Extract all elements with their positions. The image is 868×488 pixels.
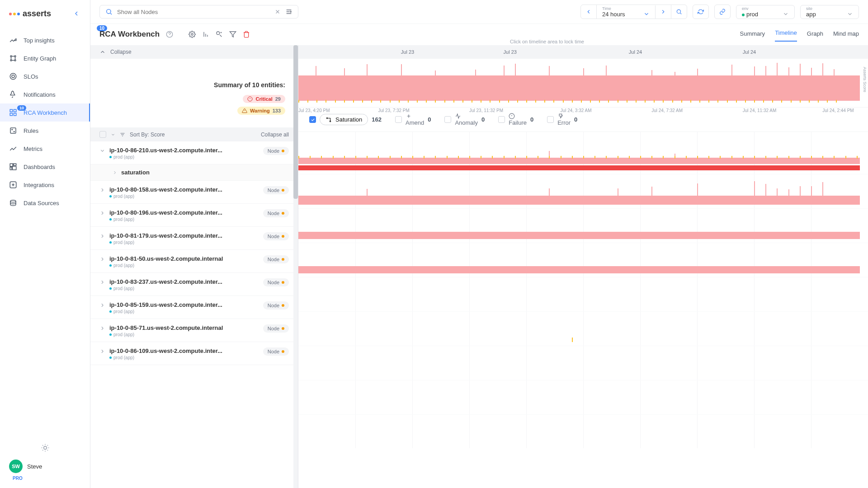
pro-badge: PRO [13,476,81,481]
chevron-icon[interactable] [99,279,106,285]
sidebar-item-dashboards[interactable]: Dashboards [0,158,90,176]
link-button[interactable] [714,5,731,19]
time-zoom-button[interactable] [671,5,687,19]
chevron-down-icon[interactable] [111,132,115,137]
node-badge: Node [263,301,289,310]
sidebar-item-entity-graph[interactable]: Entity Graph [0,49,90,67]
checkbox[interactable] [498,116,505,123]
collapse-header[interactable]: Collapse [90,45,298,59]
chevron-icon[interactable] [99,233,106,239]
chevron-icon[interactable] [99,210,106,216]
help-icon[interactable] [166,31,173,38]
time-prev-button[interactable] [581,5,597,19]
chevron-icon[interactable] [99,256,106,262]
site-selector[interactable]: site app [800,5,859,19]
chevron-icon[interactable] [99,302,106,308]
chevron-icon[interactable] [99,148,106,154]
filter-count: 162 [372,116,382,123]
timeline-row[interactable] [298,346,868,380]
nav-label: SLOs [24,73,38,80]
timeline-row[interactable] [298,174,868,209]
timeline-row[interactable] [298,209,868,243]
clear-icon[interactable] [274,9,281,15]
entity-row[interactable]: ip-10-0-80-196.us-west-2.compute.inter..… [90,204,298,227]
entity-name: ip-10-0-80-158.us-west-2.compute.inter..… [109,186,259,193]
entity-row[interactable]: ip-10-0-81-50.us-west-2.compute.internal… [90,250,298,273]
filter-failure[interactable]: Failure0 [498,113,533,126]
timeline-row[interactable] [298,277,868,312]
scrollbar-track[interactable] [293,45,298,488]
theme-toggle[interactable] [9,436,81,460]
warning-count: 133 [273,108,281,113]
timeline-rows[interactable] [298,132,868,488]
search-icon [105,8,113,15]
timeline-row[interactable] [298,243,868,277]
sidebar-item-integrations[interactable]: Integrations [0,176,90,194]
title-badge: 10 [97,25,107,31]
collapse-all-button[interactable]: Collapse all [261,131,289,138]
nav-label: Data Sources [24,200,59,206]
warning-pill[interactable]: Warning 133 [237,107,285,115]
summary-chart[interactable]: Asserts Score Jul 23, 4:20 PMJul 23, 7:3… [298,59,868,108]
sidebar-item-metrics[interactable]: Metrics [0,140,90,158]
collapse-label: Collapse [110,49,132,55]
chevron-down-icon [847,11,853,17]
sidebar-item-notifications[interactable]: Notifications [0,85,90,103]
entity-row[interactable]: ip-10-0-86-210.us-west-2.compute.inter..… [90,141,298,164]
sidebar-item-slos[interactable]: SLOs [0,67,90,85]
timeline-panel: Jul 23Jul 23Jul 24Jul 24 Asserts Score J… [298,45,868,488]
nav-label: Rules [24,127,38,134]
saturation-row[interactable]: saturation [90,164,298,181]
sidebar-item-top-insights[interactable]: Top insights [0,31,90,49]
chevron-icon[interactable] [99,325,106,331]
trash-icon[interactable] [243,31,250,38]
filter-icon[interactable] [229,31,236,38]
entity-row[interactable]: ip-10-0-80-158.us-west-2.compute.inter..… [90,181,298,204]
search-wrap[interactable] [99,5,298,19]
svg-rect-7 [14,109,16,112]
svg-point-20 [290,11,292,13]
checkbox[interactable] [395,116,402,123]
timeline-row[interactable] [298,312,868,346]
time-selector[interactable]: Time 24 hours [597,5,656,19]
timeline-row[interactable] [298,132,868,174]
refresh-button[interactable] [693,5,709,19]
sidebar-item-rca-workbench[interactable]: RCA Workbench10 [0,103,90,122]
sidebar: asserts Top insightsEntity GraphSLOsNoti… [0,0,90,488]
time-label: Time [602,6,650,11]
scrollbar-thumb[interactable] [293,45,298,199]
entity-row[interactable]: ip-10-0-85-159.us-west-2.compute.inter..… [90,296,298,319]
filter-saturation[interactable]: Saturation162 [309,114,382,125]
filter-error[interactable]: Error0 [547,113,577,126]
checkbox[interactable] [547,116,554,123]
sort-icon[interactable] [120,132,125,137]
gear-icon[interactable] [189,31,196,38]
settings-icon[interactable] [285,8,292,15]
filter-anomaly[interactable]: Anomaly0 [444,113,485,126]
search-input[interactable] [117,9,270,15]
entity-meta: prod (app) [109,286,259,291]
entity-row[interactable]: ip-10-0-85-71.us-west-2.compute.internal… [90,319,298,342]
checkbox[interactable] [309,116,316,123]
chevron-icon[interactable] [99,348,106,354]
chevron-icon[interactable] [99,187,106,193]
critical-pill[interactable]: Critical 29 [243,95,285,103]
entity-row[interactable]: ip-10-0-83-237.us-west-2.compute.inter..… [90,273,298,296]
entity-row[interactable]: ip-10-0-86-109.us-west-2.compute.inter..… [90,342,298,365]
query-icon[interactable] [216,31,223,38]
entity-row[interactable]: ip-10-0-81-179.us-west-2.compute.inter..… [90,227,298,250]
timeline-date-label: Jul 23 [504,49,517,55]
select-all-checkbox[interactable] [99,131,106,138]
node-badge: Node [263,255,289,263]
sidebar-item-rules[interactable]: Rules [0,122,90,140]
user-row[interactable]: SW Steve [9,460,81,473]
env-selector[interactable]: env prod [736,5,795,19]
filter-amend[interactable]: Amend0 [395,113,431,126]
timeline-row[interactable] [298,380,868,415]
sidebar-item-data-sources[interactable]: Data Sources [0,194,90,212]
time-next-button[interactable] [656,5,671,19]
sort-label[interactable]: Sort By: Score [130,131,165,138]
checkbox[interactable] [444,116,451,123]
chart-icon[interactable] [202,31,209,38]
sidebar-collapse-icon[interactable] [73,10,81,18]
